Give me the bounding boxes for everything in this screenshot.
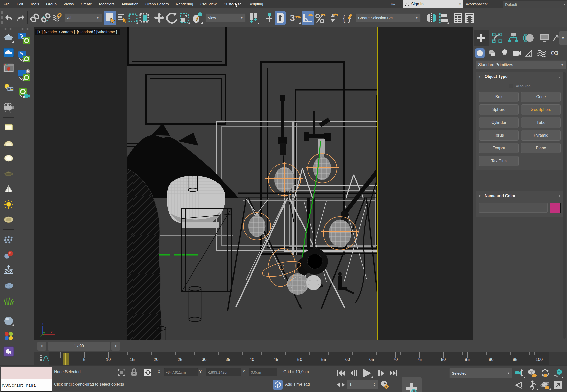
- key-filter-dropdown[interactable]: Selected ▼: [449, 368, 512, 378]
- state-set-render-icon[interactable]: [17, 68, 31, 82]
- menu-edit[interactable]: Edit: [13, 0, 27, 8]
- bind-to-space-warp-icon[interactable]: [51, 11, 62, 25]
- previous-frame-button[interactable]: <: [37, 342, 46, 351]
- dome-light-icon[interactable]: [3, 137, 15, 149]
- workspaces-dropdown[interactable]: Default ▼: [502, 1, 567, 8]
- sphere-primitive-icon[interactable]: [3, 315, 15, 327]
- isolate-selection-icon[interactable]: [118, 369, 125, 377]
- menu-customize[interactable]: Customize: [220, 0, 245, 8]
- state-set-link-icon[interactable]: [17, 31, 31, 45]
- select-and-rotate-button[interactable]: [165, 11, 178, 25]
- panel-grip[interactable]: [475, 28, 564, 29]
- menu-create[interactable]: Create: [77, 0, 96, 8]
- rect-light-icon[interactable]: [3, 122, 15, 134]
- render-teapot-icon[interactable]: [3, 31, 15, 43]
- object-type-header[interactable]: ▼ Object Type: [476, 72, 564, 82]
- grass-scatter-icon[interactable]: [3, 295, 15, 307]
- tab-modify[interactable]: [489, 30, 505, 46]
- box-button[interactable]: Box: [479, 92, 519, 102]
- frame-spinner[interactable]: ▲▼: [373, 382, 375, 387]
- plane-button[interactable]: Plane: [521, 143, 561, 153]
- next-frame-button[interactable]: >: [111, 342, 120, 351]
- sky-disc-icon[interactable]: [3, 214, 15, 226]
- toolbar-grip[interactable]: [4, 28, 14, 30]
- sun-light-icon[interactable]: [3, 198, 15, 210]
- align-button[interactable]: [437, 11, 450, 25]
- category-dropdown[interactable]: Standard Primitives ▼: [476, 60, 566, 69]
- select-and-manipulate-icon[interactable]: [263, 11, 275, 25]
- subtab-geometry[interactable]: [475, 48, 485, 58]
- cloud-render-icon[interactable]: [3, 47, 15, 59]
- tab-hierarchy[interactable]: [505, 30, 521, 46]
- tab-create[interactable]: [474, 30, 489, 46]
- scaffold-helper-icon[interactable]: [3, 264, 15, 276]
- ies-light-icon[interactable]: [3, 183, 15, 195]
- select-and-scale-button[interactable]: [178, 11, 191, 25]
- camera-view-region[interactable]: [127, 27, 378, 340]
- menu-animation[interactable]: Animation: [118, 0, 142, 8]
- keyboard-shortcut-override-toggle[interactable]: [275, 11, 286, 25]
- trackbar-grip[interactable]: [34, 342, 36, 351]
- render-frame-window-icon[interactable]: [3, 62, 15, 74]
- walk-through-icon[interactable]: [526, 379, 539, 391]
- rock-scatter-icon[interactable]: [3, 280, 15, 292]
- autogrid-checkbox[interactable]: [509, 84, 513, 88]
- snap-toggle-3d-button[interactable]: 3: [289, 11, 302, 25]
- time-ruler[interactable]: 5 10 15 20 25 30 35 40 45 50 55 60 65 70…: [49, 352, 549, 366]
- subtab-systems[interactable]: ⚙⚙: [549, 48, 559, 58]
- cosmos-browser-icon[interactable]: [3, 345, 15, 358]
- state-set-camera-icon[interactable]: [17, 86, 31, 100]
- use-pivot-point-center-button[interactable]: [248, 11, 260, 25]
- subtab-cameras[interactable]: [512, 48, 522, 58]
- window-crossing-toggle-icon[interactable]: [139, 11, 150, 25]
- isometric-view-button[interactable]: [273, 380, 283, 390]
- cylinder-button[interactable]: Cylinder: [479, 117, 519, 128]
- redo-button[interactable]: [15, 11, 26, 25]
- camera-icon[interactable]: [3, 102, 15, 114]
- teapot-button[interactable]: Teapot: [479, 143, 519, 153]
- menu-modifiers[interactable]: Modifiers: [96, 0, 118, 8]
- toolbar-grip[interactable]: [1, 11, 3, 25]
- sign-in-button[interactable]: Sign In ▼: [403, 0, 463, 8]
- menu-group[interactable]: Group: [43, 0, 60, 8]
- menu-scripting[interactable]: Scripting: [245, 0, 266, 8]
- reference-coordinate-dropdown[interactable]: View ▼: [205, 13, 246, 22]
- tab-motion[interactable]: [521, 30, 537, 46]
- object-name-input[interactable]: [479, 203, 548, 213]
- z-coordinate-field[interactable]: 0,0cm: [249, 368, 277, 376]
- edit-named-selection-sets-button[interactable]: {}: [343, 11, 354, 25]
- listener-pane[interactable]: MAXScript Mini: [1, 379, 52, 391]
- disc-light-icon[interactable]: [3, 152, 15, 164]
- selection-lock-icon[interactable]: [130, 368, 138, 377]
- set-keys-button[interactable]: [402, 377, 422, 392]
- undo-button[interactable]: [4, 11, 15, 25]
- subtab-space-warps[interactable]: [537, 48, 546, 58]
- name-and-color-header[interactable]: ▼ Name and Color: [476, 191, 564, 201]
- absolute-offset-toggle-icon[interactable]: [144, 369, 152, 377]
- scene-explorer-button[interactable]: [453, 11, 464, 25]
- mirror-button[interactable]: [426, 11, 437, 25]
- menu-overflow-chevrons[interactable]: »»: [391, 0, 395, 8]
- time-configuration-button[interactable]: [380, 380, 389, 389]
- spinner-snap-toggle-button[interactable]: [327, 11, 339, 25]
- textplus-button[interactable]: TextPlus: [479, 156, 519, 166]
- select-and-move-button[interactable]: [153, 11, 165, 25]
- sphere-button[interactable]: Sphere: [479, 104, 519, 115]
- menu-civil-view[interactable]: Civil View: [197, 0, 220, 8]
- pan-orbit-icon[interactable]: [539, 379, 551, 391]
- go-to-start-button[interactable]: [336, 368, 347, 378]
- toolbar-grip[interactable]: [19, 28, 29, 30]
- x-coordinate-field[interactable]: -347,911cm: [164, 368, 198, 376]
- pyramid-button[interactable]: Pyramid: [521, 130, 561, 141]
- quad-spheres-icon[interactable]: [3, 330, 15, 342]
- macro-recorder-pane[interactable]: [1, 367, 52, 379]
- sphere-array-icon[interactable]: [3, 233, 15, 246]
- unlink-selection-icon[interactable]: [40, 11, 51, 25]
- current-frame-field[interactable]: [347, 382, 373, 387]
- light-lister-icon[interactable]: [3, 82, 15, 94]
- zoom-extents-all-icon[interactable]: [526, 367, 539, 379]
- select-by-name-icon[interactable]: [116, 11, 127, 25]
- time-slider-handle[interactable]: [63, 353, 69, 366]
- tab-utilities[interactable]: [552, 30, 559, 46]
- subtab-shapes[interactable]: [487, 48, 497, 58]
